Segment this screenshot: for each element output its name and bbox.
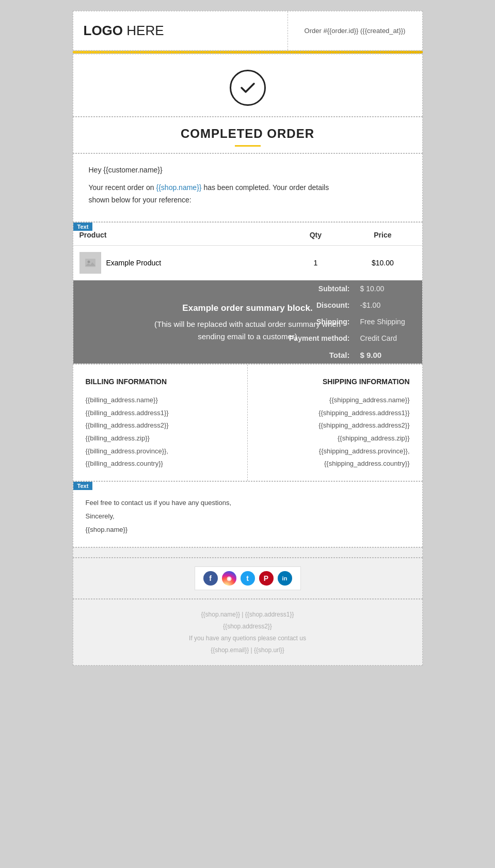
billing-column: BILLING INFORMATION {{billing_address.na… — [73, 365, 248, 481]
facebook-icon[interactable]: f — [203, 571, 218, 586]
table-row: Example Product 1 $10.00 — [73, 246, 422, 280]
greeting-section: Hey {{customer.name}} Your recent order … — [73, 153, 423, 222]
overlay-row: Example order summary block. (This will … — [73, 280, 422, 364]
logo-bold: LOGO — [84, 23, 123, 38]
billing-address1: {{billing_address.address1}} — [86, 407, 235, 420]
billing-country: {{billing_address.country}} — [86, 457, 235, 470]
payment-row: Payment method: Credit Card — [73, 330, 422, 346]
social-icons-container: f ◉ t P in — [195, 566, 301, 590]
product-image — [79, 252, 101, 274]
logo-area: LOGO HERE — [73, 11, 288, 50]
page-title: COMPLETED ORDER — [84, 127, 412, 141]
product-name: Example Product — [106, 259, 162, 267]
payment-value: Credit Card — [360, 334, 412, 342]
greeting-line2-end: has been completed. Your order details — [202, 183, 329, 192]
logo-text: LOGO HERE — [84, 23, 164, 39]
greeting-line2: Your recent order on {{shop.name}} has b… — [89, 182, 407, 207]
twitter-icon[interactable]: t — [241, 571, 255, 586]
footer-info: {{shop.name}} | {{shop.address1}} {{shop… — [73, 599, 423, 666]
product-qty: 1 — [288, 246, 343, 280]
greeting-line3: shown below for your reference: — [89, 196, 191, 204]
footer-text-content: Feel free to contact us if you have any … — [73, 482, 422, 547]
greeting-line1: Hey {{customer.name}} — [89, 164, 407, 177]
check-icon — [238, 78, 257, 97]
footer-shop-address1: {{shop.name}} | {{shop.address1}} — [84, 609, 412, 621]
footer-shop-address2: {{shop.address2}} — [84, 621, 412, 633]
shipping-name: {{shipping_address.name}} — [260, 394, 410, 407]
linkedin-icon[interactable]: in — [278, 571, 292, 586]
subtotal-value: $ 10.00 — [360, 285, 412, 293]
shipping-country: {{shipping_address.country}} — [260, 457, 410, 470]
title-section: COMPLETED ORDER — [73, 117, 423, 153]
footer-line3: {{shop.name}} — [86, 523, 410, 536]
product-cell: Example Product — [73, 246, 288, 280]
footer-text-section: Text Feel free to contact us if you have… — [73, 481, 423, 547]
shipping-zip: {{shipping_address.zip}} — [260, 432, 410, 445]
shipping-address1: {{shipping_address.address1}} — [260, 407, 410, 420]
spacer — [73, 547, 423, 558]
summary-rows: Subtotal: $ 10.00 Discount: -$1.00 Shipp… — [73, 280, 422, 364]
col-qty: Qty — [288, 223, 343, 246]
discount-value: -$1.00 — [360, 301, 412, 309]
table-header-row: Product Qty Price — [73, 223, 422, 246]
svg-point-1 — [87, 261, 90, 263]
social-section: f ◉ t P in — [73, 558, 423, 599]
shipping-address2: {{shipping_address.address2}} — [260, 419, 410, 432]
order-section: Text Product Qty Price — [73, 222, 423, 364]
address-section: BILLING INFORMATION {{billing_address.na… — [73, 364, 423, 481]
total-value: $ 9.00 — [360, 351, 412, 359]
title-underline — [235, 145, 261, 147]
shipping-column: SHIPPING INFORMATION {{shipping_address.… — [248, 365, 422, 481]
discount-row: Discount: -$1.00 — [73, 297, 422, 313]
order-info: Order #{{order.id}} ({{created_at}}) — [288, 11, 422, 50]
shop-name-link[interactable]: {{shop.name}} — [156, 183, 202, 192]
total-label: Total: — [267, 351, 350, 359]
footer-line1: Feel free to contact us if you have any … — [86, 496, 410, 510]
subtotal-label: Subtotal: — [267, 285, 350, 293]
summary-overlay: Example order summary block. (This will … — [73, 280, 422, 364]
footer-line2: Sincerely, — [86, 510, 410, 523]
order-table: Product Qty Price — [73, 223, 422, 364]
total-row: Total: $ 9.00 — [73, 346, 422, 364]
footer-contact-text: If you have any quetions please contact … — [84, 633, 412, 644]
shipping-title: SHIPPING INFORMATION — [260, 375, 410, 389]
billing-name: {{billing_address.name}} — [86, 394, 235, 407]
payment-label: Payment method: — [267, 334, 350, 342]
logo-rest: HERE — [123, 23, 164, 38]
instagram-icon[interactable]: ◉ — [222, 571, 236, 586]
shipping-row: Shipping: Free Shipping — [73, 313, 422, 330]
checkmark-section — [73, 54, 423, 117]
shipping-value: Free Shipping — [360, 318, 412, 326]
checkmark-circle — [230, 70, 266, 106]
col-product: Product — [73, 223, 288, 246]
product-price: $10.00 — [343, 246, 422, 280]
footer-email-url: {{shop.email}} | {{shop.url}} — [84, 644, 412, 656]
billing-address2: {{billing_address.address2}} — [86, 419, 235, 432]
footer-text-badge: Text — [73, 482, 93, 490]
email-header: LOGO HERE Order #{{order.id}} ({{created… — [73, 11, 423, 51]
billing-province: {{billing_address.province}}, — [86, 445, 235, 458]
shipping-province: {{shipping_address.province}}, — [260, 445, 410, 458]
order-text-badge: Text — [73, 223, 93, 231]
billing-title: BILLING INFORMATION — [86, 375, 235, 389]
shipping-label: Shipping: — [267, 318, 350, 326]
greeting-line2-start: Your recent order on — [89, 183, 156, 192]
col-price: Price — [343, 223, 422, 246]
subtotal-row: Subtotal: $ 10.00 — [73, 280, 422, 297]
discount-label: Discount: — [267, 301, 350, 309]
billing-zip: {{billing_address.zip}} — [86, 432, 235, 445]
pinterest-icon[interactable]: P — [259, 571, 274, 586]
